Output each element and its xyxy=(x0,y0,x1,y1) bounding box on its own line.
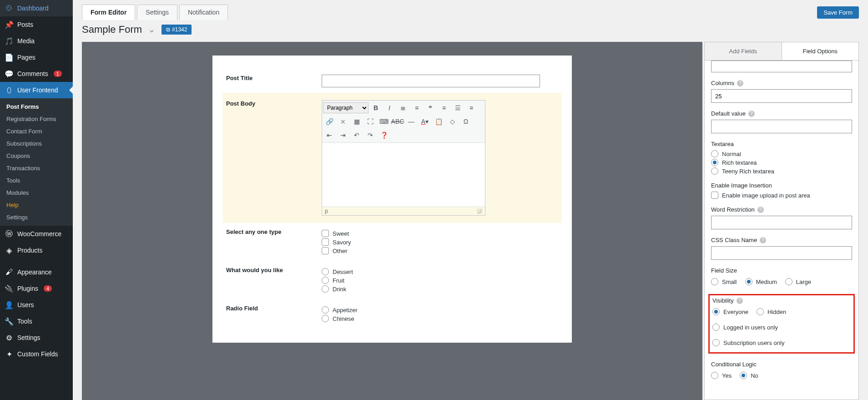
sidebar-item-posts[interactable]: 📌Posts xyxy=(0,16,73,33)
submenu-help[interactable]: Help xyxy=(0,199,73,211)
sidebar-item-settings[interactable]: ⚙Settings xyxy=(0,329,73,346)
number-list-icon[interactable]: ≡ xyxy=(410,101,423,114)
css-class-input[interactable] xyxy=(711,246,852,260)
fullscreen-icon[interactable]: ⛶ xyxy=(364,115,377,128)
sidebar-item-tools[interactable]: 🔧Tools xyxy=(0,313,73,329)
redo-icon[interactable]: ↷ xyxy=(364,129,377,142)
panel-tab-field-options[interactable]: Field Options xyxy=(782,42,859,60)
radio-option[interactable]: Everyone xyxy=(712,308,748,315)
format-select[interactable]: Paragraph xyxy=(323,102,368,113)
hr-icon[interactable]: — xyxy=(405,115,418,128)
radio-option[interactable]: Hidden xyxy=(757,308,786,315)
specialchar-icon[interactable]: Ω xyxy=(459,115,472,128)
form-id-badge[interactable]: ⧉#1342 xyxy=(161,25,192,35)
checkbox-icon[interactable] xyxy=(322,230,329,237)
help-icon[interactable]: ? xyxy=(748,111,755,117)
strike-icon[interactable]: ABC xyxy=(391,115,404,128)
checkbox-icon[interactable] xyxy=(322,238,329,246)
sidebar-item-comments[interactable]: 💬Comments1 xyxy=(0,66,73,82)
align-center-icon[interactable]: ☰ xyxy=(451,101,464,114)
field-select-type[interactable]: Select any one type Sweet Savory Other xyxy=(226,223,558,261)
radio-option[interactable]: Medium xyxy=(745,278,777,285)
word-restriction-input[interactable] xyxy=(711,216,852,229)
clear-icon[interactable]: ◇ xyxy=(446,115,459,128)
sidebar-item-dashboard[interactable]: ⏲Dashboard xyxy=(0,0,73,16)
radio-option[interactable]: Chinese xyxy=(322,315,558,322)
help-icon[interactable]: ❓ xyxy=(378,129,390,142)
submenu-settings[interactable]: Settings xyxy=(0,211,73,223)
textcolor-icon[interactable]: A ▾ xyxy=(419,115,431,128)
radio-option[interactable]: Drink xyxy=(322,285,558,293)
checkbox-option[interactable]: Sweet xyxy=(322,230,558,237)
radio-icon[interactable] xyxy=(745,278,752,285)
field-post-title[interactable]: Post Title xyxy=(226,69,558,93)
radio-option[interactable]: Small xyxy=(711,278,737,285)
radio-option[interactable]: Subscription users only xyxy=(712,339,784,346)
resize-handle-icon[interactable] xyxy=(477,208,482,214)
prev-option-stub[interactable] xyxy=(711,61,852,72)
radio-icon[interactable] xyxy=(322,315,329,322)
submenu-modules[interactable]: Modules xyxy=(0,187,73,199)
submenu-registration-forms[interactable]: Registration Forms xyxy=(0,113,73,125)
checkbox-icon[interactable] xyxy=(711,192,718,199)
tab-settings[interactable]: Settings xyxy=(137,5,177,20)
quote-icon[interactable]: ❝ xyxy=(424,101,437,114)
tab-form-editor[interactable]: Form Editor xyxy=(82,5,135,20)
checkbox-icon[interactable] xyxy=(322,247,329,254)
submenu-coupons[interactable]: Coupons xyxy=(0,150,73,162)
sidebar-item-media[interactable]: 🎵Media xyxy=(0,33,73,49)
help-icon[interactable]: ? xyxy=(760,237,766,243)
checkbox-option[interactable]: Savory xyxy=(322,238,558,246)
radio-icon[interactable] xyxy=(322,277,329,284)
rte-body[interactable] xyxy=(322,143,485,207)
columns-input[interactable] xyxy=(711,89,852,103)
sidebar-item-custom-fields[interactable]: ✦Custom Fields xyxy=(0,346,73,362)
field-post-body[interactable]: Post Body Paragraph B I ≣ ≡ ❝ xyxy=(222,93,562,223)
radio-icon[interactable] xyxy=(712,308,720,315)
checkbox-option[interactable]: Enable image upload in post area xyxy=(711,192,852,199)
submenu-transactions[interactable]: Transactions xyxy=(0,162,73,174)
submenu-post-forms[interactable]: Post Forms xyxy=(0,101,73,113)
sidebar-item-user-frontend[interactable]: ⬯User Frontend xyxy=(0,82,73,98)
radio-icon[interactable] xyxy=(711,278,718,285)
radio-option[interactable]: No xyxy=(740,372,758,379)
sidebar-item-pages[interactable]: 📄Pages xyxy=(0,49,73,66)
form-canvas-wrap[interactable]: Post Title Post Body Paragraph B I xyxy=(82,42,702,400)
panel-body[interactable]: Columns? Default value? Textarea Normal … xyxy=(705,61,858,400)
radio-option[interactable]: Dessert xyxy=(322,268,558,275)
radio-icon[interactable] xyxy=(712,324,720,331)
radio-option[interactable]: Logged in users only xyxy=(712,324,778,331)
keyboard-icon[interactable]: ⌨ xyxy=(378,115,390,128)
radio-option[interactable]: Large xyxy=(785,278,811,285)
indent-icon[interactable]: ⇥ xyxy=(337,129,349,142)
radio-icon[interactable] xyxy=(712,339,720,346)
radio-option[interactable]: Teeny Rich textarea xyxy=(711,167,852,175)
default-value-input[interactable] xyxy=(711,120,852,133)
sidebar-item-plugins[interactable]: 🔌Plugins4 xyxy=(0,280,73,297)
field-what-like[interactable]: What would you like Dessert Fruit Drink xyxy=(226,261,558,299)
radio-icon[interactable] xyxy=(711,159,718,166)
sidebar-item-appearance[interactable]: 🖌Appearance xyxy=(0,264,73,280)
radio-icon[interactable] xyxy=(711,150,718,157)
link-icon[interactable]: 🔗 xyxy=(323,115,336,128)
radio-option[interactable]: Fruit xyxy=(322,277,558,284)
radio-icon[interactable] xyxy=(322,306,329,314)
bold-icon[interactable]: B xyxy=(369,101,382,114)
radio-option[interactable]: Yes xyxy=(711,372,732,379)
undo-icon[interactable]: ↶ xyxy=(350,129,363,142)
radio-icon[interactable] xyxy=(711,372,718,379)
save-form-button[interactable]: Save Form xyxy=(817,6,859,19)
help-icon[interactable]: ? xyxy=(737,298,743,304)
field-radio-field[interactable]: Radio Field Appetizer Chinese xyxy=(226,299,558,329)
radio-icon[interactable] xyxy=(711,167,718,175)
italic-icon[interactable]: I xyxy=(383,101,396,114)
paste-icon[interactable]: 📋 xyxy=(432,115,445,128)
submenu-tools[interactable]: Tools xyxy=(0,174,73,187)
submenu-contact-form[interactable]: Contact Form xyxy=(0,125,73,137)
tab-notification[interactable]: Notification xyxy=(179,5,228,20)
bullet-list-icon[interactable]: ≣ xyxy=(397,101,409,114)
radio-icon[interactable] xyxy=(322,268,329,275)
chevron-down-icon[interactable]: ⌄ xyxy=(148,25,155,35)
sidebar-item-products[interactable]: ◈Products xyxy=(0,242,73,258)
help-icon[interactable]: ? xyxy=(737,80,743,86)
